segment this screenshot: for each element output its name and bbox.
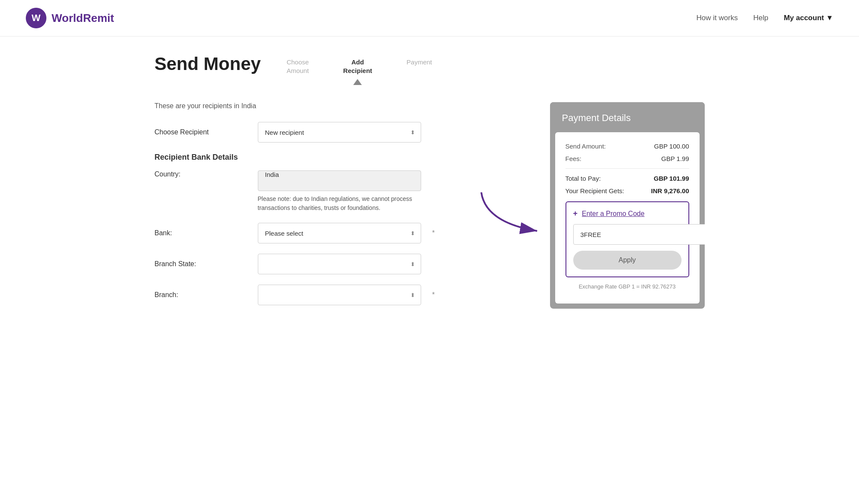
help-link[interactable]: Help <box>753 14 768 22</box>
send-amount-value: GBP 100.00 <box>654 143 689 150</box>
country-field-group: India Please note: due to Indian regulat… <box>258 170 421 213</box>
promo-plus-icon: + <box>573 209 578 218</box>
branch-select-wrapper <box>258 285 421 305</box>
promo-header: + Enter a Promo Code <box>573 209 682 218</box>
branch-row: Branch: * <box>155 285 533 305</box>
total-row: Total to Pay: GBP 101.99 <box>566 175 689 182</box>
logo-area: W WorldRemit <box>26 8 114 28</box>
promo-link[interactable]: Enter a Promo Code <box>582 210 645 218</box>
recipient-gets-row: Your Recipient Gets: INR 9,276.00 <box>566 187 689 194</box>
form-area: These are your recipients in India Choos… <box>155 102 533 316</box>
page-title: Send Money <box>155 54 261 74</box>
fees-value: GBP 1.99 <box>661 155 689 162</box>
recipient-gets-label: Your Recipient Gets: <box>566 187 624 194</box>
branch-state-label: Branch State: <box>155 260 249 268</box>
branch-state-select[interactable] <box>258 254 421 274</box>
logo-text: WorldRemit <box>52 12 114 25</box>
exchange-rate: Exchange Rate GBP 1 = INR 92.76273 <box>566 277 689 293</box>
promo-code-section: + Enter a Promo Code Apply <box>566 201 689 277</box>
content-area: These are your recipients in India Choos… <box>155 102 705 316</box>
choose-recipient-select[interactable]: New recipient <box>258 122 421 143</box>
choose-recipient-label: Choose Recipient <box>155 128 249 136</box>
bank-label: Bank: <box>155 229 249 237</box>
nav: How it works Help My account ▼ <box>697 14 833 22</box>
send-amount-row: Send Amount: GBP 100.00 <box>566 143 689 150</box>
country-label: Country: <box>155 170 249 178</box>
send-amount-label: Send Amount: <box>566 143 606 150</box>
country-row: Country: India Please note: due to India… <box>155 170 533 213</box>
recipient-gets-value: INR 9,276.00 <box>651 187 689 194</box>
step-payment: Payment <box>407 58 432 67</box>
bank-select-wrapper: Please select <box>258 223 421 243</box>
branch-select[interactable] <box>258 285 421 305</box>
my-account-link[interactable]: My account ▼ <box>784 14 833 22</box>
choose-recipient-row: Choose Recipient New recipient <box>155 122 533 143</box>
logo-icon: W <box>26 8 46 28</box>
payment-divider-1 <box>566 168 689 169</box>
how-it-works-link[interactable]: How it works <box>697 14 738 22</box>
step-add-recipient: AddRecipient <box>343 58 373 85</box>
branch-required-star: * <box>432 291 435 299</box>
page-header: Send Money ChooseAmount AddRecipient Pay… <box>155 54 705 85</box>
india-note: Please note: due to Indian regulations, … <box>258 194 421 213</box>
branch-state-row: Branch State: <box>155 254 533 274</box>
choose-recipient-select-wrapper: New recipient <box>258 122 421 143</box>
bank-required-star: * <box>432 229 435 237</box>
country-input: India <box>258 170 421 191</box>
payment-panel: Payment Details Send Amount: GBP 100.00 … <box>550 102 705 309</box>
bank-row: Bank: Please select * <box>155 223 533 243</box>
step-payment-label: Payment <box>407 58 432 67</box>
payment-panel-body: Send Amount: GBP 100.00 Fees: GBP 1.99 T… <box>555 132 700 304</box>
bank-details-title: Recipient Bank Details <box>155 153 533 162</box>
payment-panel-title: Payment Details <box>550 102 705 132</box>
fees-row: Fees: GBP 1.99 <box>566 155 689 162</box>
total-value: GBP 101.99 <box>654 175 689 182</box>
bank-select[interactable]: Please select <box>258 223 421 243</box>
steps: ChooseAmount AddRecipient Payment <box>287 54 432 85</box>
apply-button[interactable]: Apply <box>573 251 682 270</box>
step-choose-amount: ChooseAmount <box>287 58 309 75</box>
payment-panel-container: Payment Details Send Amount: GBP 100.00 … <box>550 102 705 309</box>
step-add-recipient-indicator <box>353 79 362 85</box>
promo-input[interactable] <box>573 224 705 245</box>
total-label: Total to Pay: <box>566 175 601 182</box>
main-content: Send Money ChooseAmount AddRecipient Pay… <box>129 36 731 333</box>
recipients-text: These are your recipients in India <box>155 102 533 110</box>
branch-state-select-wrapper <box>258 254 421 274</box>
branch-label: Branch: <box>155 291 249 299</box>
step-add-recipient-label: AddRecipient <box>343 58 373 75</box>
header: W WorldRemit How it works Help My accoun… <box>0 0 859 36</box>
fees-label: Fees: <box>566 155 582 162</box>
step-choose-amount-label: ChooseAmount <box>287 58 309 75</box>
